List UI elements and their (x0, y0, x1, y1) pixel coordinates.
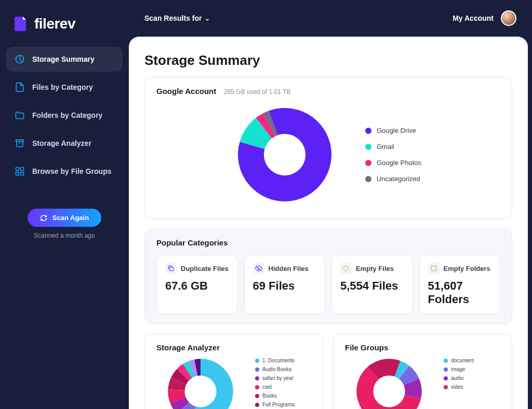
card-title: Google Account (156, 87, 216, 96)
sidebar-item-browse-file-groups[interactable]: Browse by File Groups (6, 159, 123, 184)
scan-results-dropdown[interactable]: Scan Results for (144, 14, 210, 22)
category-tile[interactable]: Duplicate Files 67.6 GB (156, 255, 238, 314)
svg-rect-3 (21, 168, 24, 171)
groups-donut-chart (345, 358, 433, 409)
legend-dot (444, 376, 448, 380)
svg-rect-1 (16, 140, 24, 141)
sidebar-nav: Storage Summary Files by Category Folder… (6, 47, 123, 184)
brand-logo[interactable]: filerev (6, 10, 123, 47)
scan-again-button[interactable]: Scan Again (28, 209, 101, 227)
legend-label: video (451, 384, 463, 390)
sidebar-item-storage-summary[interactable]: Storage Summary (6, 47, 123, 72)
account-menu[interactable]: My Account (453, 10, 516, 26)
file-icon (15, 82, 25, 92)
category-tile[interactable]: Empty Folders 51,607 Folders (419, 255, 501, 314)
grid-icon (15, 166, 25, 176)
category-head: Hidden Files (253, 263, 317, 274)
legend-item: safari by year (255, 375, 295, 381)
donut-legend: 1. DocumentsAudio Bookssafari by yearcwd… (255, 358, 295, 407)
legend-dot (444, 385, 448, 389)
category-head: Empty Folders (428, 263, 492, 274)
legend-label: Full Programs (262, 402, 295, 407)
category-value: 69 Files (253, 279, 317, 293)
legend-label: audio (451, 375, 463, 381)
legend-label: safari by year (262, 375, 294, 381)
legend-label: image (451, 366, 465, 372)
file-groups-card: File Groups documentimageaudiovideo (333, 333, 512, 409)
sidebar-item-label: Folders by Category (32, 111, 102, 119)
legend-dot (255, 385, 259, 389)
svg-rect-8 (431, 266, 436, 270)
legend-item: document (444, 358, 474, 363)
legend-item: video (444, 384, 474, 390)
hidden-icon (253, 263, 264, 274)
sidebar-item-files-by-category[interactable]: Files by Category (6, 75, 123, 100)
category-label: Hidden Files (269, 265, 309, 272)
card-title: Storage Analyzer (156, 343, 220, 352)
category-value: 5,554 Files (340, 279, 404, 293)
legend-item: Gmail (365, 143, 421, 151)
legend-label: Books (262, 393, 277, 399)
sidebar-item-label: Browse by File Groups (32, 167, 111, 175)
svg-rect-6 (170, 267, 174, 271)
sidebar-item-label: Files by Category (32, 83, 93, 91)
storage-analyzer-card: Storage Analyzer 1. DocumentsAudio Books… (144, 333, 324, 409)
legend-item: audio (444, 375, 474, 381)
account-donut-chart (235, 105, 334, 204)
legend-dot (444, 359, 448, 363)
duplicate-icon (165, 263, 177, 274)
svg-rect-4 (16, 172, 19, 175)
account-storage-card: Google Account 265 GB used of 1.01 TB Go… (144, 77, 512, 219)
category-label: Empty Files (356, 265, 394, 272)
card-subtitle: 265 GB used of 1.01 TB (224, 88, 291, 96)
legend-item: image (444, 366, 474, 372)
svg-point-7 (343, 266, 348, 270)
donut-row: Google DriveGmailGoogle PhotosUncategori… (156, 96, 500, 209)
legend-dot (365, 160, 371, 166)
legend-dot (255, 403, 259, 407)
page-title: Storage Summary (144, 52, 512, 69)
category-head: Empty Files (340, 263, 404, 274)
legend-dot (365, 144, 371, 150)
sidebar-item-label: Storage Analyzer (32, 139, 91, 147)
scan-timestamp: Scanned a month ago (34, 232, 95, 239)
refresh-icon (40, 214, 47, 222)
content: Storage Summary Google Account 265 GB us… (129, 36, 528, 409)
category-value: 67.6 GB (165, 279, 229, 293)
bottom-row: Storage Analyzer 1. DocumentsAudio Books… (144, 333, 512, 409)
empty-folder-icon (428, 263, 440, 274)
sidebar-item-label: Storage Summary (32, 55, 95, 63)
scan-section: Scan Again Scanned a month ago (6, 209, 123, 239)
sidebar-item-folders-by-category[interactable]: Folders by Category (6, 103, 123, 128)
category-tile[interactable]: Empty Files 5,554 Files (331, 255, 413, 314)
card-title: File Groups (345, 343, 388, 352)
empty-file-icon (340, 263, 352, 274)
donut-row: documentimageaudiovideo (345, 358, 500, 409)
legend-dot (255, 367, 259, 372)
chevron-down-icon (205, 16, 210, 21)
brand-name: filerev (34, 16, 75, 32)
popular-categories-card: Popular Categories Duplicate Files 67.6 … (144, 228, 512, 324)
main: Scan Results for My Account Storage Summ… (129, 0, 532, 409)
donut-legend: Google DriveGmailGoogle PhotosUncategori… (365, 127, 421, 183)
legend-label: Uncategorized (377, 175, 420, 183)
category-label: Empty Folders (444, 265, 490, 272)
sidebar: filerev Storage Summary Files by Categor… (0, 0, 129, 409)
donut-row: 1. DocumentsAudio Bookssafari by yearcwd… (156, 358, 312, 409)
sidebar-item-storage-analyzer[interactable]: Storage Analyzer (6, 131, 123, 156)
legend-label: 1. Documents (262, 358, 295, 363)
legend-label: Audio Books (262, 366, 291, 372)
brand-icon (12, 16, 29, 32)
legend-dot (444, 367, 448, 372)
category-tile[interactable]: Hidden Files 69 Files (244, 255, 326, 314)
legend-item: Full Programs (255, 402, 295, 407)
scan-button-label: Scan Again (52, 214, 89, 222)
folder-icon (15, 110, 25, 120)
category-grid: Duplicate Files 67.6 GB Hidden Files 69 … (156, 255, 500, 314)
account-label: My Account (453, 14, 494, 22)
legend-dot (365, 176, 371, 182)
legend-dot (255, 359, 259, 363)
card-title: Popular Categories (156, 238, 228, 247)
legend-dot (365, 128, 371, 134)
legend-item: Google Drive (365, 127, 421, 134)
